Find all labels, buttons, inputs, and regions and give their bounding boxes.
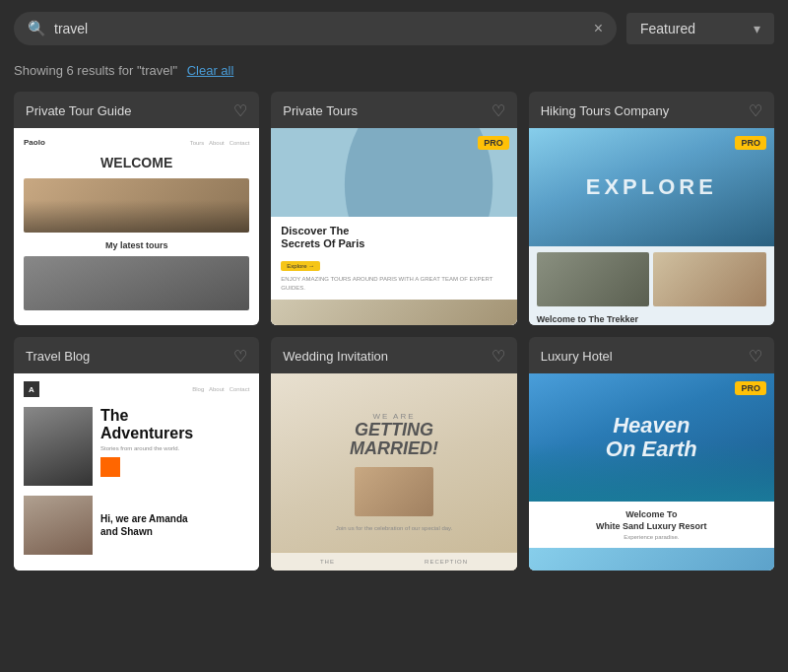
featured-dropdown-label: Featured [640,21,695,36]
card-title: Private Tour Guide [26,103,131,118]
heart-icon[interactable]: ♡ [492,347,505,366]
search-icon: 🔍 [28,20,46,37]
card-title: Private Tours [283,103,358,118]
search-clear-icon[interactable]: × [594,20,603,37]
card-preview-ptg: Paolo Tours About Contact WELCOME My lat… [14,128,259,325]
pro-badge: PRO [735,381,766,395]
card-luxury-hotel[interactable]: Luxury Hotel ♡ PRO HeavenOn Earth Welcom… [529,337,774,571]
card-preview-htc: PRO Explore Welcome to The Trekker Your … [529,128,774,325]
card-header: Travel Blog ♡ [14,337,259,373]
clear-all-button[interactable]: Clear all [187,63,234,78]
card-hiking-tours-company[interactable]: Hiking Tours Company ♡ PRO Explore Welco… [529,92,774,325]
card-title: Hiking Tours Company [541,103,670,118]
results-info: Showing 6 results for "travel" Clear all [0,57,788,92]
heart-icon[interactable]: ♡ [749,347,762,366]
card-title: Luxury Hotel [541,349,613,364]
card-title: Wedding Invitation [283,349,388,364]
featured-dropdown[interactable]: Featured ▾ [626,13,774,44]
search-input[interactable] [54,21,586,36]
heart-icon[interactable]: ♡ [492,101,505,120]
card-preview-pt: PRO Discover TheSecrets Of Paris Explore… [271,128,516,325]
chevron-down-icon: ▾ [754,21,760,36]
search-input-wrap: 🔍 × [14,12,617,45]
card-private-tours[interactable]: Private Tours ♡ PRO Discover TheSecrets … [271,92,516,325]
pro-badge: PRO [478,136,509,150]
card-grid: Private Tour Guide ♡ Paolo Tours About C… [0,92,788,584]
heart-icon[interactable]: ♡ [233,101,247,120]
card-private-tour-guide[interactable]: Private Tour Guide ♡ Paolo Tours About C… [14,92,259,325]
card-travel-blog[interactable]: Travel Blog ♡ A Blog About Contact TheAd… [14,337,259,571]
card-preview-wi: WE ARE GETTING MARRIED! Join us for the … [271,373,516,571]
card-header: Private Tour Guide ♡ [14,92,259,128]
card-preview-tb: A Blog About Contact TheAdventurers Stor… [14,373,259,571]
card-title: Travel Blog [26,349,90,364]
heart-icon[interactable]: ♡ [749,101,762,120]
card-header: Private Tours ♡ [271,92,516,128]
pro-badge: PRO [735,136,766,150]
results-text: Showing 6 results for "travel" [14,63,177,78]
card-wedding-invitation[interactable]: Wedding Invitation ♡ WE ARE GETTING MARR… [271,337,516,571]
search-bar-row: 🔍 × Featured ▾ [0,0,788,57]
heart-icon[interactable]: ♡ [233,347,247,366]
card-header: Luxury Hotel ♡ [529,337,774,373]
card-header: Wedding Invitation ♡ [271,337,516,373]
card-preview-lh: PRO HeavenOn Earth Welcome ToWhite Sand … [529,373,774,571]
card-header: Hiking Tours Company ♡ [529,92,774,128]
